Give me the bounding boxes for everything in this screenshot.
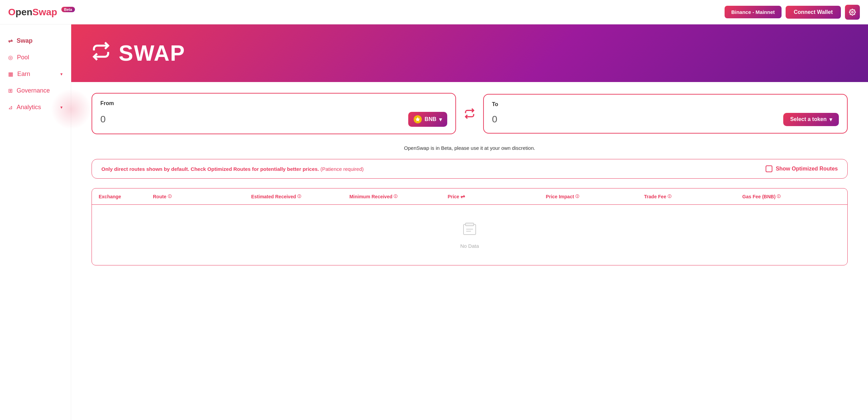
sidebar-item-swap[interactable]: ⇌ Swap [0, 33, 71, 49]
bnb-token-label: BNB [425, 116, 436, 122]
analytics-chevron-icon: ▾ [60, 105, 63, 110]
logo-area: OpenSwap Beta [8, 7, 75, 18]
sidebar-item-earn[interactable]: ▦ Earn ▾ [0, 66, 71, 82]
bnb-token-button[interactable]: BNB ▾ [408, 112, 447, 127]
bnb-chevron-icon: ▾ [439, 116, 442, 123]
select-token-chevron-icon: ▾ [829, 116, 832, 123]
show-optimized-area: Show Optimized Routes [766, 165, 838, 172]
routes-table: Exchange Route ⓘ Estimated Received ⓘ Mi… [92, 188, 848, 265]
governance-nav-icon: ⊞ [8, 87, 13, 94]
hero-banner: SWAP [71, 24, 868, 82]
to-card: To 0 Select a token ▾ [483, 94, 848, 134]
analytics-nav-icon: ⊿ [8, 104, 13, 111]
to-amount[interactable]: 0 [492, 114, 506, 125]
minimum-received-info-icon: ⓘ [394, 194, 397, 199]
th-minimum-received: Minimum Received ⓘ [349, 193, 448, 200]
estimated-received-info-icon: ⓘ [297, 194, 301, 199]
earn-nav-icon: ▦ [8, 71, 13, 77]
sidebar-item-pool[interactable]: ◎ Pool [0, 49, 71, 66]
pool-nav-icon: ◎ [8, 54, 13, 61]
optimized-routes-text: Only direct routes shown by default. Che… [101, 166, 364, 172]
swap-nav-icon: ⇌ [8, 38, 13, 44]
price-impact-info-icon: ⓘ [575, 194, 579, 199]
table-header: Exchange Route ⓘ Estimated Received ⓘ Mi… [92, 188, 847, 205]
trade-fee-info-icon: ⓘ [668, 194, 671, 199]
th-price-impact: Price Impact ⓘ [546, 193, 644, 200]
route-info-icon: ⓘ [168, 194, 172, 199]
to-label: To [492, 101, 839, 107]
content-area: From 0 BNB ▾ [71, 82, 868, 420]
optimized-routes-banner: Only direct routes shown by default. Che… [92, 159, 848, 179]
layout: ⇌ Swap ◎ Pool ▦ Earn ▾ ⊞ Governance ⊿ An… [0, 0, 868, 420]
sidebar-item-analytics[interactable]: ⊿ Analytics ▾ [0, 99, 71, 116]
earn-chevron-icon: ▾ [60, 72, 63, 77]
hero-title: SWAP [119, 41, 185, 66]
settings-button[interactable] [845, 5, 860, 20]
no-data-icon [461, 221, 478, 240]
no-data-text: No Data [460, 243, 479, 249]
sidebar-item-pool-label: Pool [17, 54, 29, 61]
th-route: Route ⓘ [153, 193, 251, 200]
swap-direction-arrow[interactable] [464, 108, 475, 119]
svg-rect-3 [466, 223, 474, 226]
to-row: 0 Select a token ▾ [492, 113, 839, 126]
from-label: From [100, 100, 447, 106]
swap-form: From 0 BNB ▾ [92, 93, 848, 134]
beta-notice: OpenSwap is in Beta, please use it at yo… [92, 145, 848, 151]
main-content: SWAP From 0 [71, 24, 868, 420]
sidebar-item-governance[interactable]: ⊞ Governance [0, 82, 71, 99]
th-trade-fee: Trade Fee ⓘ [644, 193, 743, 200]
from-row: 0 BNB ▾ [100, 112, 447, 127]
sidebar-item-governance-label: Governance [17, 87, 50, 94]
beta-badge: Beta [61, 7, 75, 12]
bnb-icon [414, 115, 422, 123]
th-estimated-received: Estimated Received ⓘ [251, 193, 350, 200]
sidebar-item-earn-label: Earn [17, 71, 30, 78]
header: OpenSwap Beta Binance - Mainnet Connect … [0, 0, 868, 24]
from-card: From 0 BNB ▾ [92, 93, 456, 134]
network-button[interactable]: Binance - Mainnet [725, 6, 782, 18]
select-token-label: Select a token [790, 116, 827, 122]
connect-wallet-button[interactable]: Connect Wallet [786, 6, 841, 19]
show-optimized-checkbox[interactable] [766, 165, 772, 172]
gear-icon [849, 9, 856, 16]
sidebar-item-analytics-label: Analytics [17, 104, 41, 111]
price-swap-icon: ⇌ [460, 193, 465, 200]
optimized-routes-main-text: Only direct routes shown by default. Che… [101, 166, 319, 172]
logo: OpenSwap [8, 7, 57, 18]
select-token-button[interactable]: Select a token ▾ [783, 113, 839, 126]
sidebar-item-swap-label: Swap [17, 37, 33, 44]
sidebar: ⇌ Swap ◎ Pool ▦ Earn ▾ ⊞ Governance ⊿ An… [0, 24, 71, 420]
header-right: Binance - Mainnet Connect Wallet [725, 5, 860, 20]
gas-fee-info-icon: ⓘ [777, 194, 781, 199]
svg-point-0 [852, 11, 853, 13]
th-exchange: Exchange [99, 193, 153, 200]
th-gas-fee: Gas Fee (BNB) ⓘ [742, 193, 841, 200]
hero-swap-icon [92, 42, 111, 65]
svg-marker-1 [416, 117, 420, 121]
patience-text: (Patience required) [320, 166, 364, 172]
show-optimized-label[interactable]: Show Optimized Routes [776, 166, 838, 172]
table-body: No Data [92, 205, 847, 265]
from-amount[interactable]: 0 [100, 114, 114, 125]
th-price: Price ⇌ [448, 193, 546, 200]
